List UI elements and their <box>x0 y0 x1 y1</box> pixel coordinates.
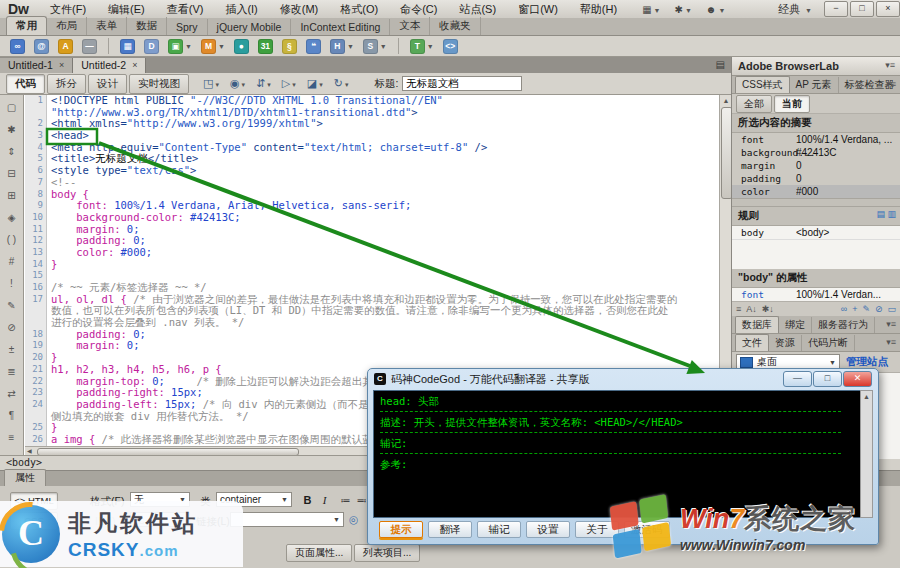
menu-item[interactable]: 查看(V) <box>156 1 215 18</box>
head-icon[interactable]: H▼ <box>330 39 354 54</box>
line-numbers-icon[interactable]: # <box>4 255 20 268</box>
panel-tab-CSS样式[interactable]: CSS样式 <box>735 76 790 93</box>
show-head-content-icon[interactable]: ✱ <box>4 123 20 136</box>
document-tab[interactable]: Untitled-1× <box>0 58 73 73</box>
menu-item[interactable]: 站点(S) <box>448 1 507 18</box>
media-icon[interactable]: M▼ <box>201 39 225 54</box>
panel-tab-代码片断[interactable]: 代码片断 <box>802 335 855 351</box>
image-icon[interactable]: ▣▼ <box>168 39 192 54</box>
panel-menu-icon[interactable]: ▾≡ <box>885 60 895 70</box>
select-parent-tag-icon[interactable]: ◈ <box>4 211 20 224</box>
close-button[interactable]: ✕ <box>843 371 872 387</box>
close-tab-icon[interactable]: × <box>59 58 64 73</box>
extensions-gear-icon[interactable]: ✱▼ <box>675 4 692 15</box>
scroll-up-icon[interactable]: ▲ <box>861 391 872 402</box>
menu-item[interactable]: 命令(C) <box>389 1 448 18</box>
summary-row[interactable]: color#000 <box>732 185 900 198</box>
bullet-list-icon[interactable]: ≔ <box>337 492 354 509</box>
italic-button[interactable]: I <box>316 492 333 509</box>
page-properties-button[interactable]: 页面属性... <box>286 544 352 562</box>
sort-az-icon[interactable]: A↓ <box>746 304 757 314</box>
templates-icon[interactable]: T▼ <box>410 39 434 54</box>
panel-splitter[interactable] <box>732 198 900 207</box>
wrap-tag-icon[interactable]: ± <box>4 343 20 356</box>
check-page-icon[interactable]: ◪▾ <box>307 77 323 90</box>
menu-item[interactable]: 窗口(W) <box>507 1 569 18</box>
script-icon[interactable]: S▼ <box>363 39 387 54</box>
collapse-full-tag-icon[interactable]: ⇕ <box>4 145 20 158</box>
user-account-icon[interactable]: ☻▼ <box>706 4 725 15</box>
format-source-icon[interactable]: ¶ <box>4 409 20 422</box>
maximize-button[interactable]: □ <box>850 1 874 17</box>
expand-all-icon[interactable]: ⊞ <box>4 189 20 202</box>
bold-button[interactable]: B <box>299 492 316 509</box>
codegod-titlebar[interactable]: C 码神CodeGod - 万能代码翻译器 - 共享版 —□✕ <box>368 369 878 389</box>
codegod-设置-button[interactable]: 设置 <box>526 521 570 538</box>
summary-row[interactable]: font100%/1.4 Verdana, ... <box>732 133 900 146</box>
scope-全部-button[interactable]: 全部 <box>736 95 772 113</box>
insert-tab-收藏夹[interactable]: 收藏夹 <box>430 17 481 35</box>
minimize-button[interactable]: — <box>783 371 812 387</box>
insert-tab-常用[interactable]: 常用 <box>6 16 47 35</box>
minimize-button[interactable]: − <box>824 1 848 17</box>
remove-comment-icon[interactable]: ⊘ <box>4 321 20 334</box>
edit-rule-icon[interactable]: ✎ <box>862 304 870 314</box>
show-category-icon[interactable]: ≡ <box>736 304 741 314</box>
panel-menu-icon[interactable]: ▾≡ <box>886 337 896 347</box>
menu-item[interactable]: 编辑(E) <box>97 1 156 18</box>
menu-item[interactable]: 帮助(H) <box>569 1 628 18</box>
rule-row[interactable]: body<body> <box>732 226 900 239</box>
disable-icon[interactable]: ⊘ <box>875 304 883 314</box>
move-css-icon[interactable]: ⇄ <box>4 387 20 400</box>
list-item-button[interactable]: 列表项目... <box>354 544 420 562</box>
show-summary-icon[interactable]: ▥ <box>887 209 896 219</box>
insert-tab-Spry[interactable]: Spry <box>167 19 208 35</box>
email-link-icon[interactable]: @ <box>34 39 49 54</box>
insert-tab-数据[interactable]: 数据 <box>127 17 167 35</box>
panel-tab-数据库[interactable]: 数据库 <box>735 316 779 333</box>
table-icon[interactable]: ▦ <box>120 39 135 54</box>
summary-row[interactable]: margin0 <box>732 159 900 172</box>
menu-item[interactable]: 文件(F) <box>39 1 97 18</box>
balance-braces-icon[interactable]: ( ) <box>4 233 20 246</box>
new-rule-icon[interactable]: + <box>852 304 857 314</box>
workspace-switcher[interactable]: 经典 ▼ <box>778 2 812 17</box>
widget-icon[interactable]: ● <box>234 39 249 54</box>
live-code-icon[interactable]: ⇵▾ <box>256 77 271 90</box>
insert-tab-布局[interactable]: 布局 <box>47 17 87 35</box>
highlight-invalid-icon[interactable]: ! <box>4 277 20 290</box>
view-代码-button[interactable]: 代码 <box>6 74 45 94</box>
apply-comment-icon[interactable]: ✎ <box>4 299 20 312</box>
file-management-icon[interactable]: ◳▾ <box>203 77 219 90</box>
panel-tab-文件[interactable]: 文件 <box>735 334 769 351</box>
recent-snippets-icon[interactable]: ≣ <box>4 365 20 378</box>
document-tab[interactable]: Untitled-2× <box>73 58 146 73</box>
close-button[interactable]: × <box>876 1 900 17</box>
close-tab-icon[interactable]: × <box>132 58 137 73</box>
show-set-icon[interactable]: ✱↓ <box>762 304 774 314</box>
codegod-提示-button[interactable]: 提示 <box>379 521 423 538</box>
horizontal-rule-icon[interactable]: — <box>82 39 97 54</box>
link-input[interactable]: ▼ <box>230 512 344 527</box>
maximize-button[interactable]: □ <box>813 371 842 387</box>
insert-tab-文本[interactable]: 文本 <box>390 17 430 35</box>
hyperlink-icon[interactable]: ∞ <box>10 39 25 54</box>
insert-tab-表单[interactable]: 表单 <box>87 17 127 35</box>
codegod-辅记-button[interactable]: 辅记 <box>477 521 521 538</box>
view-设计-button[interactable]: 设计 <box>88 74 127 94</box>
menu-item[interactable]: 格式(O) <box>329 1 389 18</box>
scope-当前-button[interactable]: 当前 <box>774 95 810 113</box>
preview-in-browser-icon[interactable]: ◉▾ <box>230 77 245 90</box>
scroll-left-icon[interactable]: ◀ <box>27 447 32 455</box>
layout-switcher-icon[interactable]: ▦▼ <box>642 4 660 15</box>
panel-tab-服务器行为[interactable]: 服务器行为 <box>812 317 875 333</box>
date-icon[interactable]: 31 <box>258 39 273 54</box>
manage-sites-link[interactable]: 管理站点 <box>846 355 888 369</box>
show-cascade-icon[interactable]: ▤ <box>876 209 887 219</box>
insert-div-icon[interactable]: D <box>144 39 159 54</box>
attach-stylesheet-icon[interactable]: ∞ <box>841 304 847 314</box>
refresh-icon[interactable]: ↻▾ <box>334 77 349 90</box>
browserlab-panel-header[interactable]: Adobe BrowserLab▾≡ <box>732 57 900 76</box>
codegod-翻译-button[interactable]: 翻译 <box>428 521 472 538</box>
panel-tab-AP 元素[interactable]: AP 元素 <box>790 77 839 93</box>
